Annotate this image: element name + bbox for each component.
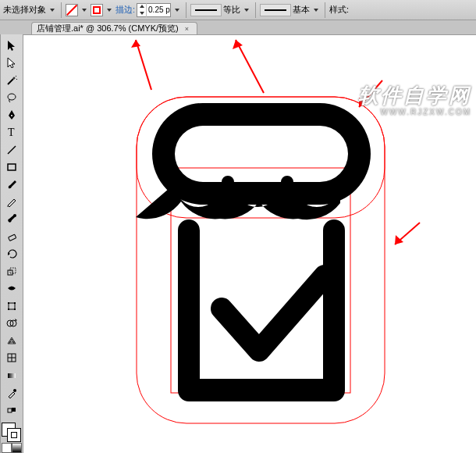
perspective-grid-tool[interactable]: [2, 333, 21, 348]
variable-width-profile[interactable]: [190, 4, 222, 16]
pencil-tool[interactable]: [2, 194, 21, 209]
direct-selection-tool[interactable]: [2, 55, 21, 70]
document-tabstrip: 店铺管理.ai* @ 306.7% (CMYK/预览) ×: [0, 20, 476, 34]
stroke-swatch-menu[interactable]: [105, 4, 114, 16]
svg-rect-12: [8, 164, 16, 170]
annotation-arrow-2: [229, 35, 276, 98]
svg-point-13: [13, 214, 16, 217]
stroke-down[interactable]: [137, 10, 147, 17]
svg-rect-19: [8, 302, 9, 304]
eyedropper-tool[interactable]: [2, 385, 21, 401]
lasso-tool[interactable]: [2, 90, 21, 105]
fill-menu[interactable]: [80, 4, 89, 16]
blend-tool[interactable]: [2, 402, 21, 418]
stroke-swatch[interactable]: [91, 4, 103, 16]
stroke-weight-value: 0.25 p: [147, 5, 170, 14]
scale-tool[interactable]: [2, 263, 21, 279]
svg-rect-18: [9, 303, 15, 309]
tab-close-icon[interactable]: ×: [185, 25, 189, 33]
eraser-tool[interactable]: [2, 229, 21, 244]
tab-title: 店铺管理.ai* @ 306.7% (CMYK/预览): [37, 23, 179, 34]
width-tool[interactable]: [2, 280, 21, 296]
svg-line-11: [8, 146, 16, 154]
annotation-arrow-3: [351, 76, 390, 115]
svg-line-36: [136, 40, 151, 90]
brush-definition[interactable]: [260, 4, 291, 16]
free-transform-tool[interactable]: [2, 298, 21, 314]
annotation-arrow-4: [389, 218, 428, 257]
stroke-weight-field[interactable]: 0.25 p: [137, 3, 171, 17]
stroke-up[interactable]: [137, 3, 147, 10]
color-mode-gradient[interactable]: [12, 443, 22, 453]
shape-builder-tool[interactable]: [2, 316, 21, 331]
svg-line-38: [236, 40, 264, 93]
tools-panel: T: [0, 34, 23, 453]
svg-marker-43: [395, 235, 403, 244]
svg-marker-2: [8, 41, 15, 51]
fill-stroke-indicator[interactable]: [2, 423, 22, 441]
svg-line-6: [16, 76, 16, 77]
stroke-stepper[interactable]: [137, 3, 147, 17]
rectangle-tool[interactable]: [2, 159, 21, 175]
blob-brush-tool[interactable]: [2, 211, 21, 226]
svg-point-5: [13, 77, 15, 79]
selection-status: 未选择对象: [3, 4, 46, 16]
rotate-tool[interactable]: [2, 246, 21, 262]
proportional-label: 等比: [223, 4, 240, 16]
mesh-tool[interactable]: [2, 350, 21, 366]
stroke-box[interactable]: [7, 428, 21, 442]
svg-rect-32: [12, 408, 16, 412]
brush-menu[interactable]: [311, 4, 321, 16]
svg-marker-39: [233, 40, 243, 49]
style-label: 样式:: [329, 4, 349, 16]
svg-rect-21: [8, 309, 9, 310]
svg-rect-29: [8, 373, 16, 378]
annotation-arrow-1: [125, 35, 164, 94]
svg-line-4: [8, 79, 13, 84]
magic-wand-tool[interactable]: [2, 72, 21, 87]
line-segment-tool[interactable]: [2, 141, 21, 157]
svg-point-9: [11, 115, 12, 116]
svg-rect-22: [14, 309, 16, 310]
selection-status-dropdown[interactable]: [48, 4, 57, 16]
type-tool[interactable]: T: [2, 124, 21, 140]
stroke-weight-menu[interactable]: [172, 4, 182, 16]
svg-rect-20: [14, 302, 16, 304]
variable-width-menu[interactable]: [242, 4, 251, 16]
svg-rect-14: [9, 234, 16, 241]
control-bar: 未选择对象 描边: 0.25 p 等比 基本 样式:: [0, 0, 476, 20]
paintbrush-tool[interactable]: [2, 177, 21, 192]
basic-label: 基本: [293, 4, 310, 16]
document-tab[interactable]: 店铺管理.ai* @ 306.7% (CMYK/预览) ×: [31, 22, 197, 34]
svg-point-8: [8, 94, 16, 100]
svg-marker-1: [140, 12, 144, 15]
selection-tool[interactable]: [2, 37, 21, 53]
svg-marker-3: [8, 58, 15, 68]
svg-rect-31: [8, 408, 12, 412]
gradient-tool[interactable]: [2, 367, 21, 383]
color-mode-color[interactable]: [2, 443, 12, 453]
svg-point-30: [13, 389, 16, 392]
fill-swatch-none[interactable]: [66, 4, 78, 16]
color-mode-row: [2, 443, 22, 453]
svg-line-7: [16, 79, 17, 80]
svg-marker-0: [140, 5, 144, 8]
svg-marker-37: [131, 40, 140, 48]
canvas[interactable]: 软件自学网 WWW.RJZXW.COM: [23, 34, 476, 453]
svg-text:T: T: [8, 127, 15, 137]
stroke-label: 描边:: [115, 4, 135, 16]
pen-tool[interactable]: [2, 107, 21, 123]
